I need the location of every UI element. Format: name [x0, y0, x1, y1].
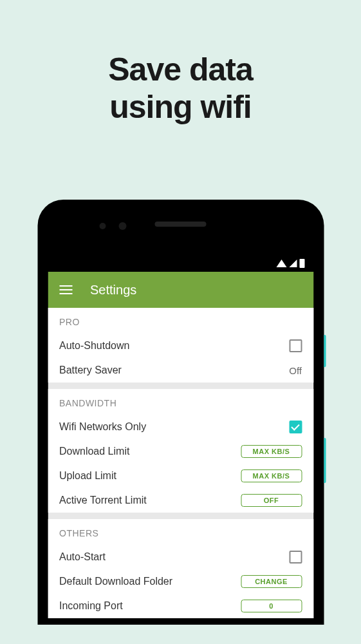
- row-download-limit[interactable]: Download Limit MAX KB/S: [48, 439, 313, 464]
- phone-frame: Settings PRO Auto-Shutdown Battery Saver…: [37, 200, 324, 625]
- section-header-pro: PRO: [48, 308, 313, 334]
- headline-line-2: using wifi: [0, 89, 361, 126]
- row-auto-shutdown[interactable]: Auto-Shutdown: [48, 334, 313, 358]
- phone-screen: Settings PRO Auto-Shutdown Battery Saver…: [48, 210, 313, 625]
- row-wifi-only[interactable]: Wifi Networks Only: [48, 415, 313, 439]
- section-header-bandwidth: BANDWIDTH: [48, 389, 313, 415]
- row-battery-saver[interactable]: Battery Saver Off: [48, 358, 313, 383]
- row-incoming-port[interactable]: Incoming Port 0: [48, 594, 313, 618]
- default-folder-button[interactable]: CHANGE: [241, 575, 302, 588]
- section-pro: PRO Auto-Shutdown Battery Saver Off: [48, 308, 313, 383]
- page-title: Settings: [90, 283, 136, 298]
- menu-icon[interactable]: [59, 285, 72, 294]
- battery-icon: [299, 259, 304, 268]
- auto-start-label: Auto-Start: [59, 551, 106, 563]
- section-header-others: OTHERS: [48, 519, 313, 545]
- auto-start-checkbox[interactable]: [289, 551, 302, 564]
- auto-shutdown-checkbox[interactable]: [289, 339, 302, 352]
- battery-saver-label: Battery Saver: [59, 365, 122, 376]
- upload-limit-button[interactable]: MAX KB/S: [241, 469, 302, 482]
- status-bar: [48, 255, 313, 272]
- row-auto-start[interactable]: Auto-Start: [48, 545, 313, 569]
- download-limit-button[interactable]: MAX KB/S: [241, 445, 302, 458]
- download-limit-label: Download Limit: [59, 446, 129, 457]
- section-bandwidth: BANDWIDTH Wifi Networks Only Download Li…: [48, 389, 313, 513]
- speaker-icon: [155, 222, 207, 227]
- wifi-only-checkbox[interactable]: [289, 421, 302, 433]
- app-header: Settings: [48, 272, 313, 308]
- promo-headline: Save data using wifi: [0, 0, 361, 126]
- wifi-icon: [276, 260, 286, 267]
- phone-side-button: [324, 438, 326, 483]
- incoming-port-button[interactable]: 0: [241, 600, 302, 612]
- phone-side-button: [324, 335, 326, 367]
- signal-icon: [289, 260, 297, 267]
- active-torrent-label: Active Torrent Limit: [59, 495, 147, 506]
- row-default-folder[interactable]: Default Download Folder CHANGE: [48, 569, 313, 594]
- row-upload-limit[interactable]: Upload Limit MAX KB/S: [48, 464, 313, 488]
- battery-saver-value: Off: [289, 365, 302, 376]
- camera-icon: [118, 222, 126, 230]
- phone-notch: [48, 210, 313, 255]
- auto-shutdown-label: Auto-Shutdown: [59, 340, 129, 352]
- active-torrent-button[interactable]: OFF: [241, 494, 302, 507]
- section-others: OTHERS Auto-Start Default Download Folde…: [48, 519, 313, 618]
- incoming-port-label: Incoming Port: [59, 600, 123, 612]
- default-folder-label: Default Download Folder: [59, 576, 172, 587]
- upload-limit-label: Upload Limit: [59, 470, 116, 482]
- row-active-torrent[interactable]: Active Torrent Limit OFF: [48, 488, 313, 513]
- headline-line-1: Save data: [0, 52, 361, 89]
- camera-icon: [99, 223, 106, 229]
- wifi-only-label: Wifi Networks Only: [59, 421, 146, 433]
- settings-content: PRO Auto-Shutdown Battery Saver Off BAND…: [48, 308, 313, 618]
